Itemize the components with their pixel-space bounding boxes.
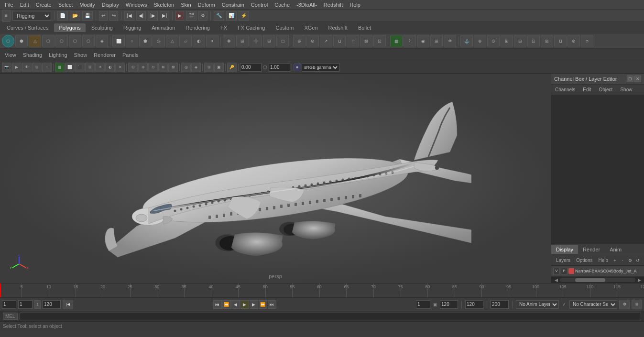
vi-snap-icon[interactable]: ⊞ [32,63,42,72]
select-item-btn[interactable]: ◈ [96,35,108,47]
constraint-btn2[interactable]: ⊕ [474,35,486,47]
extract-btn[interactable]: ↗ [320,35,332,47]
bevel-btn[interactable]: ◻ [276,35,289,47]
bool-diff-btn[interactable]: ⊓ [347,35,359,47]
tab-bullet[interactable]: Bullet [353,23,376,32]
layers-new-icon[interactable]: + [611,257,618,264]
playback-end-input[interactable] [440,300,458,309]
menu-3dtoall[interactable]: -3DtoAll- [294,1,320,9]
timeline-ruler[interactable]: 1510152025303540455055606570758085909510… [0,283,644,297]
constraint-btn7[interactable]: ⊠ [541,35,553,47]
play-fwd-btn[interactable]: ▶ [240,300,249,309]
create-disk-btn[interactable]: ◐ [193,35,205,47]
next-frame-btn[interactable]: ▶ [250,300,258,309]
misc-btn1[interactable]: 🔧 [214,11,224,21]
menu-file[interactable]: File [2,1,16,9]
anim-prefs-btn[interactable]: ⊞ [632,300,642,309]
prev-key-btn[interactable]: ⏪ [222,300,231,309]
constraint-btn4[interactable]: ⊞ [501,35,513,47]
vi-grid-icon[interactable]: ▦ [55,63,65,72]
viewport[interactable]: persp X Y Z [0,74,551,283]
constraint-btn5[interactable]: ⊟ [514,35,526,47]
snap-btn4[interactable]: ▶| [160,11,170,21]
menu-redshift[interactable]: Redshift [321,1,346,9]
new-scene-btn[interactable]: 📄 [57,11,68,21]
tab-custom[interactable]: Custom [271,23,299,32]
layers-options-icon[interactable]: ⚙ [627,257,633,264]
snap-surface-btn[interactable]: ⊞ [430,35,443,47]
tab-animation[interactable]: Animation [147,23,180,32]
shading-btn[interactable]: Shading [20,51,45,59]
select-multi-btn[interactable]: ⬡ [82,35,95,47]
open-btn[interactable]: 📂 [70,11,80,21]
vi-xray-icon[interactable]: ✕ [115,63,125,72]
vi-shadow-icon[interactable]: ◐ [105,63,115,72]
skip-start-btn[interactable]: ⏮ [213,300,222,309]
select-verts-btn[interactable]: ⬡ [55,35,68,47]
menu-display[interactable]: Display [99,1,122,9]
tab-fx[interactable]: FX [216,23,232,32]
mel-input[interactable] [20,313,641,320]
tab-display[interactable]: Display [551,245,578,254]
max-frame-input[interactable] [491,300,509,309]
select-hierarchy-btn[interactable]: ⬢ [15,35,28,47]
snap-btn2[interactable]: ◀| [136,11,146,21]
vi-eye-icon[interactable]: 👁 [22,63,32,72]
constraint-btn9[interactable]: ⊗ [568,35,580,47]
start-frame-input[interactable] [2,300,16,309]
vi-texture-icon[interactable]: ⊞ [85,63,95,72]
show-btn[interactable]: Show [71,51,90,59]
snap-view-btn[interactable]: 👁 [444,35,456,47]
select-object-btn[interactable]: ⬡ [2,35,14,47]
bool-inter-btn[interactable]: ⊠ [360,35,372,47]
vi-filmstrip-icon[interactable]: ▶ [12,63,22,72]
cb-tab-object[interactable]: Object [595,86,617,93]
cb-tab-edit[interactable]: Edit [579,86,595,93]
snap-grid-btn[interactable]: ▦ [390,35,403,47]
char-set-icon[interactable]: ⚙ [619,300,630,309]
layers-delete-icon[interactable]: - [619,257,626,264]
vi-isolate-icon[interactable]: ◎ [181,63,191,72]
layer-v-btn[interactable]: V [553,268,560,274]
end-frame-input[interactable] [43,300,61,309]
menu-windows[interactable]: Windows [123,1,150,9]
constraint-btn3[interactable]: ⊙ [487,35,500,47]
vi-wire-icon[interactable]: ⬜ [65,63,75,72]
menu-skin[interactable]: Skin [178,1,194,9]
menu-help[interactable]: Help [347,1,363,9]
tab-redshift[interactable]: Redshift [324,23,352,32]
tab-sculpting[interactable]: Sculpting [87,23,118,32]
layer-p-btn[interactable]: P [561,268,568,274]
prev-frame-btn[interactable]: ◀ [231,300,240,309]
create-cone-btn[interactable]: △ [166,35,178,47]
vi-hulls-icon[interactable]: ⊠ [168,63,178,72]
tab-polygons[interactable]: Polygons [54,23,85,32]
next-key-btn[interactable]: ⏩ [259,300,267,309]
create-sphere-btn[interactable]: ○ [126,35,138,47]
menu-constrain[interactable]: Constrain [219,1,247,9]
renderer-btn[interactable]: Renderer [91,51,119,59]
create-plane-btn[interactable]: ▱ [179,35,192,47]
layers-tab-help[interactable]: Help [596,257,610,263]
append-btn[interactable]: ➕ [250,35,262,47]
misc-btn2[interactable]: 📊 [226,11,237,21]
tab-fx-caching[interactable]: FX Caching [233,23,270,32]
save-btn[interactable]: 💾 [82,11,93,21]
select-edges-btn[interactable]: ⬡ [42,35,55,47]
snap-curve-btn[interactable]: ⌇ [404,35,416,47]
constraint-btn6[interactable]: ⊡ [527,35,540,47]
vi-deform-icon[interactable]: ⊗ [158,63,168,72]
snap-point-btn[interactable]: ◉ [417,35,429,47]
mel-label[interactable]: MEL [3,313,18,320]
layer-color-swatch[interactable] [568,268,574,274]
playback-start-input[interactable] [416,300,430,309]
menu-edit[interactable]: Edit [17,1,32,9]
vi-shade-icon[interactable]: ⬛ [75,63,85,72]
panel-scrollbar[interactable]: ◀ ▶ [551,276,644,283]
extrude-btn[interactable]: ⊟ [263,35,275,47]
cb-tab-show[interactable]: Show [616,86,636,93]
constraint-btn8[interactable]: ⊔ [554,35,567,47]
layers-refresh-icon[interactable]: ↺ [634,257,641,264]
layers-tab-layers[interactable]: Layers [554,257,572,263]
menu-deform[interactable]: Deform [195,1,218,9]
